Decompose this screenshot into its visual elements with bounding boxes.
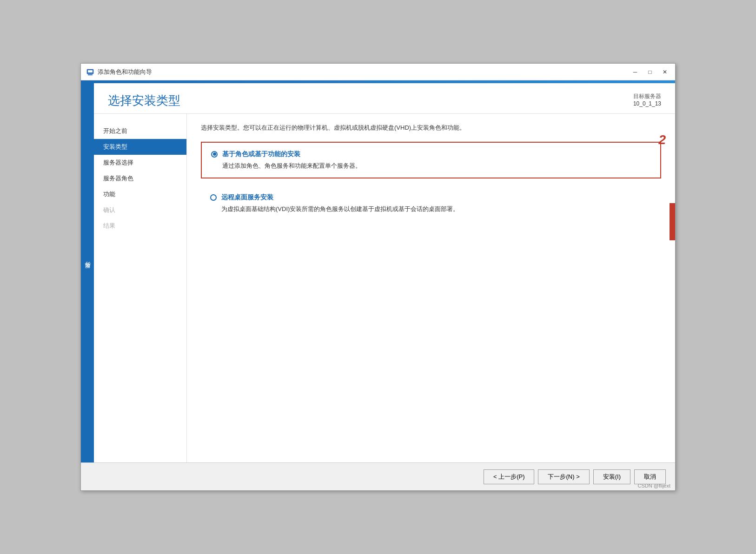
option-role-based-header: 基于角色或基于功能的安装 [211,150,651,158]
footer: < 上一步(P) 下一步(N) > 安装(I) 取消 [81,462,675,490]
title-bar-controls: ─ □ ✕ [629,66,671,78]
target-server-label: 目标服务器 [633,92,661,100]
nav-item-server-roles[interactable]: 服务器角色 [94,171,186,186]
prev-button[interactable]: < 上一步(P) [484,469,535,484]
content-wrapper: 选择安装类型 目标服务器 10_0_1_13 开始之前 安装类型 服务器选择 服… [94,83,675,462]
radio-remote-desktop[interactable] [210,194,217,201]
title-bar-left: 添加角色和功能向导 [86,68,152,76]
install-button[interactable]: 安装(I) [593,469,630,484]
nav-item-before-start[interactable]: 开始之前 [94,123,186,139]
cancel-button[interactable]: 取消 [634,469,666,484]
right-accent-strip [670,203,675,240]
nav-item-results: 结果 [94,218,186,234]
nav-item-install-type[interactable]: 安装类型 [94,139,186,155]
option-role-based-desc: 通过添加角色、角色服务和功能来配置单个服务器。 [222,161,651,171]
option-remote-desktop[interactable]: 远程桌面服务安装 为虚拟桌面基础结构(VDI)安装所需的角色服务以创建基于虚拟机… [201,186,661,221]
page-title: 选择安装类型 [108,92,180,109]
page-header: 选择安装类型 目标服务器 10_0_1_13 [94,83,675,114]
title-bar-text: 添加角色和功能向导 [98,68,152,76]
nav-item-confirm: 确认 [94,202,186,218]
minimize-button[interactable]: ─ [629,66,642,78]
maximize-button[interactable]: □ [643,66,657,78]
option-role-based[interactable]: 基于角色或基于功能的安装 通过添加角色、角色服务和功能来配置单个服务器。 [201,142,661,179]
radio-role-based[interactable] [211,151,218,158]
watermark: CSDN @flijext [638,483,670,488]
sidebar-strip: 服务 [81,83,94,462]
svg-rect-1 [88,74,93,75]
svg-rect-2 [88,70,93,73]
step-number: 2 [658,132,666,147]
option-remote-desktop-header: 远程桌面服务安装 [210,193,652,202]
window-icon [86,68,94,76]
option-remote-desktop-title: 远程桌面服务安装 [221,193,273,202]
left-nav: 开始之前 安装类型 服务器选择 服务器角色 功能 确认 结果 [94,114,187,462]
close-button[interactable]: ✕ [658,66,671,78]
target-server-value: 10_0_1_13 [633,100,661,107]
right-content: 选择安装类型。您可以在正在运行的物理计算机、虚拟机或脱机虚拟硬盘(VHD)上安装… [187,114,675,462]
nav-item-features[interactable]: 功能 [94,186,186,202]
nav-item-server-select[interactable]: 服务器选择 [94,155,186,171]
main-window: 添加角色和功能向导 ─ □ ✕ 服务 选择安装类型 目标服务器 10_0_1_1… [80,63,676,491]
next-button[interactable]: 下一步(N) > [538,469,589,484]
target-server-info: 目标服务器 10_0_1_13 [633,92,661,107]
body-layout: 开始之前 安装类型 服务器选择 服务器角色 功能 确认 结果 选择安装类型。您可… [94,114,675,462]
title-bar: 添加角色和功能向导 ─ □ ✕ [81,64,675,80]
option-role-based-title: 基于角色或基于功能的安装 [222,150,300,158]
description-text: 选择安装类型。您可以在正在运行的物理计算机、虚拟机或脱机虚拟硬盘(VHD)上安装… [201,123,661,132]
main-content: 服务 选择安装类型 目标服务器 10_0_1_13 开始之前 安装类型 服务器选… [81,83,675,462]
option-remote-desktop-desc: 为虚拟桌面基础结构(VDI)安装所需的角色服务以创建基于虚拟机或基于会话的桌面部… [221,204,652,214]
